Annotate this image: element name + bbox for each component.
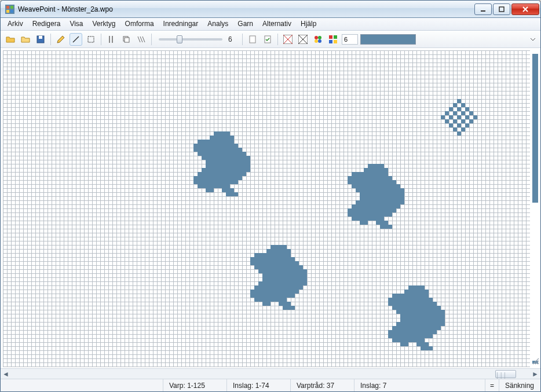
svg-rect-1 bbox=[6, 6, 9, 9]
svg-rect-4 bbox=[10, 10, 13, 13]
scroll-right-icon[interactable]: ► bbox=[530, 369, 540, 379]
separator bbox=[242, 34, 243, 45]
color-index-field[interactable]: 6 bbox=[342, 34, 358, 45]
menu-omforma[interactable]: Omforma bbox=[120, 18, 159, 30]
toggle-a-icon[interactable] bbox=[105, 33, 118, 46]
pattern-b-icon[interactable] bbox=[297, 33, 309, 46]
svg-point-24 bbox=[318, 39, 321, 43]
svg-rect-6 bbox=[499, 7, 504, 12]
status-mode: Sänkning bbox=[499, 379, 540, 391]
svg-line-11 bbox=[73, 36, 79, 42]
folder-icon[interactable] bbox=[19, 33, 32, 46]
check-page-icon[interactable] bbox=[261, 33, 274, 46]
zoom-value: 6 bbox=[228, 35, 239, 43]
copy-icon[interactable] bbox=[120, 33, 133, 46]
status-inslag: Inslag: 7 bbox=[354, 379, 418, 391]
grid[interactable] bbox=[3, 50, 530, 367]
menu-garn[interactable]: Garn bbox=[233, 18, 258, 30]
toolbar: 6 6 bbox=[1, 31, 540, 48]
color-swatch[interactable] bbox=[360, 34, 416, 45]
toolbar-overflow-icon[interactable] bbox=[529, 34, 537, 45]
blank-page-icon[interactable] bbox=[246, 33, 259, 46]
status-blank bbox=[1, 379, 163, 391]
right-color-strip bbox=[532, 54, 538, 364]
menu-visa[interactable]: Visa bbox=[65, 18, 87, 30]
svg-point-22 bbox=[318, 36, 321, 39]
menubar: Arkiv Redigera Visa Verktyg Omforma Inre… bbox=[1, 18, 540, 31]
svg-rect-3 bbox=[6, 10, 9, 13]
svg-rect-13 bbox=[109, 36, 110, 43]
pencil-icon[interactable] bbox=[54, 33, 67, 46]
menu-arkiv[interactable]: Arkiv bbox=[3, 18, 28, 30]
threads-icon[interactable] bbox=[135, 33, 148, 46]
svg-rect-17 bbox=[250, 36, 255, 43]
select-tool-icon[interactable] bbox=[85, 33, 97, 46]
scroll-thumb[interactable]: │││ bbox=[495, 370, 516, 378]
svg-rect-10 bbox=[39, 36, 42, 39]
status-varptrad: Varptråd: 37 bbox=[290, 379, 354, 391]
horizontal-scrollbar[interactable]: ◄ │││ ► bbox=[1, 368, 540, 379]
menu-alternativ[interactable]: Alternativ bbox=[258, 18, 296, 30]
status-inslag-range: Inslag: 1-74 bbox=[226, 379, 290, 391]
app-window: WeavePoint - Mönster_2a.wpo Arkiv Redige… bbox=[0, 0, 541, 392]
menu-inredningar[interactable]: Inredningar bbox=[159, 18, 203, 30]
svg-rect-14 bbox=[112, 36, 113, 43]
menu-hjalp[interactable]: Hjälp bbox=[296, 18, 321, 30]
menu-verktyg[interactable]: Verktyg bbox=[88, 18, 120, 30]
maximize-button[interactable] bbox=[493, 3, 510, 15]
scroll-left-icon[interactable]: ◄ bbox=[1, 369, 11, 379]
window-title: WeavePoint - Mönster_2a.wpo bbox=[18, 5, 473, 13]
palette-4-icon[interactable] bbox=[312, 33, 324, 46]
main-area: ◄ │││ ► bbox=[1, 48, 540, 379]
zoom-slider[interactable] bbox=[159, 38, 222, 41]
separator bbox=[50, 34, 51, 45]
svg-rect-27 bbox=[329, 40, 332, 43]
svg-rect-16 bbox=[125, 38, 129, 42]
svg-rect-12 bbox=[88, 36, 94, 42]
separator bbox=[101, 34, 101, 45]
minimize-button[interactable] bbox=[474, 3, 492, 15]
svg-point-23 bbox=[315, 39, 318, 43]
svg-rect-28 bbox=[334, 40, 337, 43]
open-icon[interactable] bbox=[4, 33, 17, 46]
titlebar: WeavePoint - Mönster_2a.wpo bbox=[1, 1, 540, 18]
separator bbox=[277, 34, 278, 45]
resize-grip-icon[interactable] bbox=[531, 357, 539, 365]
canvas[interactable] bbox=[3, 50, 530, 367]
app-icon bbox=[5, 5, 14, 14]
status-varp: Varp: 1-125 bbox=[163, 379, 226, 391]
svg-point-21 bbox=[315, 36, 318, 39]
menu-redigera[interactable]: Redigera bbox=[28, 18, 65, 30]
status-eq: = bbox=[485, 379, 499, 391]
line-tool-icon[interactable] bbox=[70, 33, 82, 46]
svg-rect-26 bbox=[334, 35, 337, 39]
statusbar: Varp: 1-125 Inslag: 1-74 Varptråd: 37 In… bbox=[1, 379, 540, 391]
svg-rect-2 bbox=[10, 6, 13, 9]
pattern-a-icon[interactable] bbox=[282, 33, 294, 46]
menu-analys[interactable]: Analys bbox=[203, 18, 233, 30]
svg-rect-25 bbox=[329, 35, 332, 39]
close-button[interactable] bbox=[511, 3, 539, 15]
separator bbox=[151, 34, 152, 45]
scroll-track[interactable]: │││ bbox=[11, 369, 530, 379]
save-icon[interactable] bbox=[34, 33, 47, 46]
palette-grid-icon[interactable] bbox=[327, 33, 339, 46]
